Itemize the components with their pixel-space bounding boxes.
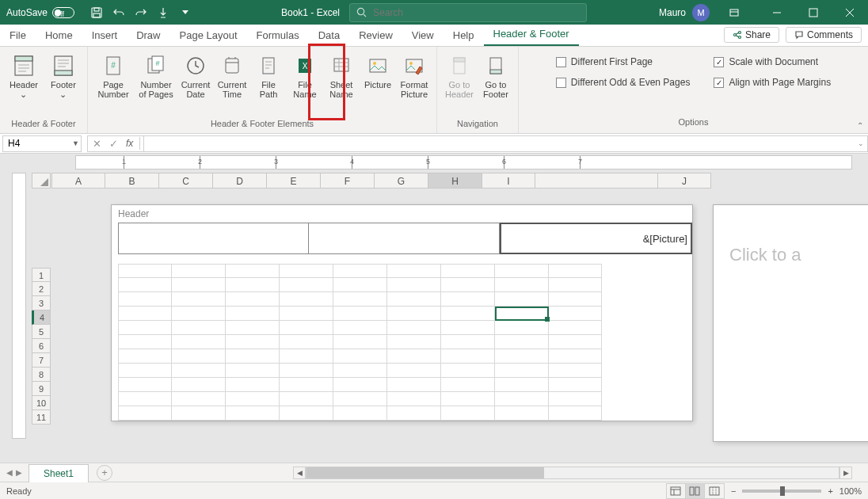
chevron-down-icon[interactable]: ▼ xyxy=(72,139,79,147)
cell[interactable] xyxy=(333,278,387,292)
cell[interactable] xyxy=(387,349,441,364)
zoom-slider[interactable] xyxy=(742,489,821,493)
column-header[interactable] xyxy=(535,173,658,189)
cell[interactable] xyxy=(549,364,602,378)
user-avatar[interactable]: M xyxy=(692,4,710,21)
zoom-level[interactable]: 100% xyxy=(839,486,862,496)
cell[interactable] xyxy=(280,349,333,364)
cell[interactable] xyxy=(172,392,226,406)
cell[interactable] xyxy=(280,406,333,421)
cell[interactable] xyxy=(441,406,495,421)
cell[interactable] xyxy=(226,378,280,392)
row-header[interactable]: 9 xyxy=(32,382,51,396)
format-picture-button[interactable]: FormatPicture xyxy=(397,50,432,102)
column-header[interactable]: C xyxy=(159,173,213,189)
cell[interactable] xyxy=(280,392,333,406)
row-header[interactable]: 4 xyxy=(32,310,51,325)
cell[interactable] xyxy=(441,349,495,364)
cell[interactable] xyxy=(333,307,387,321)
tab-file[interactable]: File xyxy=(0,25,36,46)
cell[interactable] xyxy=(495,307,549,321)
cell[interactable] xyxy=(333,321,387,335)
cell[interactable] xyxy=(226,349,280,364)
row-header[interactable]: 8 xyxy=(32,368,51,382)
header-left[interactable] xyxy=(118,223,309,254)
collapse-ribbon-icon[interactable]: ⌃ xyxy=(857,121,863,130)
autosave-toggle[interactable]: AutoSave Off xyxy=(0,7,81,18)
cell[interactable] xyxy=(441,392,495,406)
cell[interactable] xyxy=(549,321,602,335)
select-all-button[interactable] xyxy=(32,173,51,189)
cell[interactable] xyxy=(495,321,549,335)
tab-view[interactable]: View xyxy=(402,25,444,46)
cell[interactable] xyxy=(387,292,441,307)
tab-insert[interactable]: Insert xyxy=(82,25,128,46)
qat-dropdown-icon[interactable] xyxy=(176,3,195,22)
zoom-in-icon[interactable]: + xyxy=(828,486,832,496)
cell[interactable] xyxy=(495,349,549,364)
cancel-formula-icon[interactable]: ✕ xyxy=(93,138,101,150)
cell[interactable] xyxy=(118,292,172,307)
tab-data[interactable]: Data xyxy=(309,25,349,46)
cell[interactable] xyxy=(172,364,226,378)
cell[interactable] xyxy=(118,406,172,421)
header-right[interactable]: &[Picture] xyxy=(500,223,692,254)
cell[interactable] xyxy=(495,364,549,378)
cell[interactable] xyxy=(549,378,602,392)
scale-with-document-checkbox[interactable]: ✓Scale with Document xyxy=(714,56,831,67)
cell[interactable] xyxy=(549,392,602,406)
cell[interactable] xyxy=(118,364,172,378)
cell[interactable] xyxy=(172,278,226,292)
cell[interactable] xyxy=(549,349,602,364)
cell[interactable] xyxy=(549,406,602,421)
cell[interactable] xyxy=(387,406,441,421)
cell[interactable] xyxy=(226,321,280,335)
page-layout-view-icon[interactable] xyxy=(686,484,705,498)
cell[interactable] xyxy=(387,392,441,406)
cell[interactable] xyxy=(172,406,226,421)
picture-button[interactable]: Picture xyxy=(360,50,395,93)
column-header[interactable]: B xyxy=(105,173,159,189)
tab-draw[interactable]: Draw xyxy=(127,25,169,46)
normal-view-icon[interactable] xyxy=(667,484,686,498)
goto-footer-button[interactable]: Go toFooter xyxy=(478,50,513,102)
cell[interactable] xyxy=(387,335,441,349)
cell[interactable] xyxy=(280,307,333,321)
cell[interactable] xyxy=(333,364,387,378)
file-path-button[interactable]: FilePath xyxy=(251,50,286,102)
row-header[interactable]: 10 xyxy=(32,396,51,410)
comments-button[interactable]: Comments xyxy=(786,27,862,43)
tab-review[interactable]: Review xyxy=(349,25,402,46)
cell[interactable] xyxy=(226,364,280,378)
cell[interactable] xyxy=(387,278,441,292)
cell[interactable] xyxy=(118,378,172,392)
scroll-thumb[interactable] xyxy=(306,467,544,478)
cell[interactable] xyxy=(172,378,226,392)
cell[interactable] xyxy=(226,307,280,321)
cell[interactable] xyxy=(495,278,549,292)
search-box[interactable] xyxy=(349,3,587,22)
cell[interactable] xyxy=(549,335,602,349)
align-with-margins-checkbox[interactable]: ✓Align with Page Margins xyxy=(714,77,831,88)
row-header[interactable]: 5 xyxy=(32,325,51,339)
cell[interactable] xyxy=(118,278,172,292)
cell[interactable] xyxy=(441,264,495,278)
cell[interactable] xyxy=(226,392,280,406)
cell[interactable] xyxy=(280,335,333,349)
row-header[interactable]: 1 xyxy=(32,268,51,282)
cell[interactable] xyxy=(441,378,495,392)
cell[interactable] xyxy=(333,406,387,421)
cell[interactable] xyxy=(387,264,441,278)
cell[interactable] xyxy=(172,335,226,349)
close-button[interactable] xyxy=(832,0,868,25)
cell[interactable] xyxy=(172,321,226,335)
tab-page-layout[interactable]: Page Layout xyxy=(170,25,247,46)
cell[interactable] xyxy=(280,378,333,392)
formula-input[interactable]: ⌄ xyxy=(143,135,867,152)
fx-icon[interactable]: fx xyxy=(126,138,133,149)
cell[interactable] xyxy=(226,292,280,307)
column-header[interactable]: A xyxy=(51,173,105,189)
cell[interactable] xyxy=(118,349,172,364)
cell[interactable] xyxy=(280,364,333,378)
column-header[interactable]: E xyxy=(267,173,321,189)
